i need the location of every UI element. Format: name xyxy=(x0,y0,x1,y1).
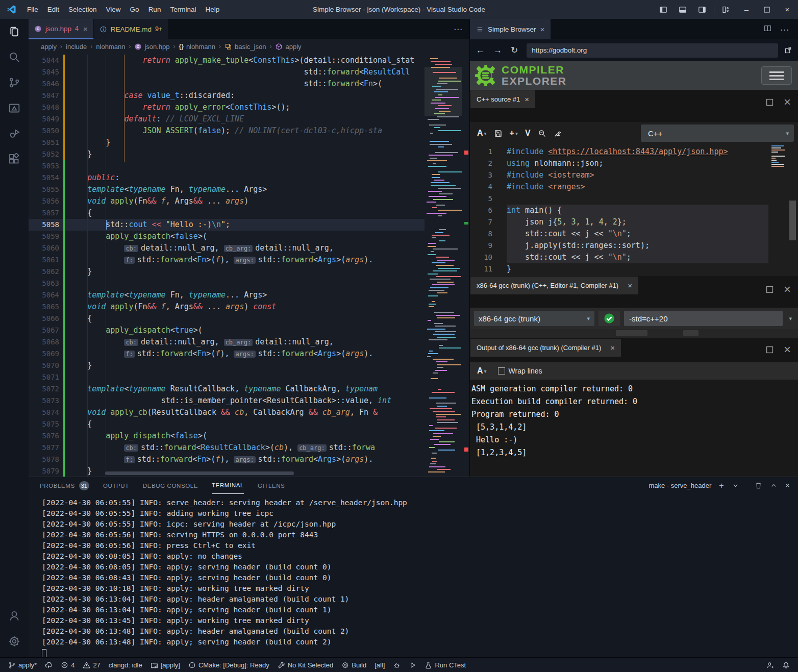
minimap[interactable] xyxy=(425,54,462,477)
code-editor[interactable]: 5044 return apply_make_tuple<ConstThis>(… xyxy=(29,54,469,477)
reload-icon[interactable]: ↻ xyxy=(511,45,518,56)
font-size-icon[interactable]: A▾ xyxy=(477,129,487,138)
open-external-icon[interactable] xyxy=(784,46,792,54)
status-clangd-idle[interactable]: clangd: idle xyxy=(105,658,146,672)
language-select[interactable]: C++ ▾ xyxy=(641,125,794,142)
extensions-icon[interactable] xyxy=(0,146,29,172)
menu-item-file[interactable]: File xyxy=(22,6,43,13)
add-pane-icon[interactable]: +▾ xyxy=(510,129,518,138)
status-build[interactable]: Build xyxy=(337,658,370,672)
terminal-content[interactable]: [2022-04-30 06:05:55] INFO: serve_header… xyxy=(42,497,793,657)
split-editor-icon[interactable] xyxy=(764,24,771,32)
panel-tab-problems[interactable]: PROBLEMS31 xyxy=(40,478,89,494)
tab-simple-browser[interactable]: Simple Browser × xyxy=(470,19,551,39)
status-run-ctest[interactable]: Run CTest xyxy=(420,658,470,672)
maximize-pane-icon[interactable] xyxy=(765,97,775,107)
search-icon[interactable] xyxy=(0,44,29,70)
status-no-kit-selected[interactable]: No Kit Selected xyxy=(273,658,338,672)
compiler-explorer-logo[interactable]: COMPILER EXPLORER xyxy=(474,64,567,87)
close-icon[interactable]: × xyxy=(83,24,88,33)
minimize-icon[interactable]: – xyxy=(736,5,757,14)
breadcrumb-item-json-hpp[interactable]: Cjson.hpp xyxy=(134,43,169,51)
breadcrumb-item-nlohmann[interactable]: nlohmann xyxy=(96,43,125,51)
layout-panel-icon[interactable] xyxy=(673,6,692,14)
maximize-pane-icon[interactable] xyxy=(765,285,775,294)
status-27[interactable]: 27 xyxy=(79,658,104,672)
account-icon[interactable] xyxy=(0,603,29,629)
panel-tab-output[interactable]: OUTPUT xyxy=(103,478,129,494)
status-cmake-debug-ready[interactable]: CMake: [Debug]: Ready xyxy=(184,658,273,672)
panel-tab-terminal[interactable]: TERMINAL xyxy=(212,478,244,494)
close-icon[interactable]: × xyxy=(784,342,791,357)
breadcrumb-item-apply[interactable]: apply xyxy=(275,43,301,51)
close-icon[interactable]: × xyxy=(525,95,529,104)
menu-item-help[interactable]: Help xyxy=(201,6,224,13)
close-icon[interactable]: × xyxy=(777,5,798,14)
source-pane-tab[interactable]: C++ source #1 × xyxy=(470,90,535,108)
breadcrumb-item-apply[interactable]: apply xyxy=(41,43,57,51)
layout-sidebar-left-icon[interactable] xyxy=(654,6,673,14)
caret-down-icon[interactable]: ▾ xyxy=(787,315,794,322)
save-icon[interactable] xyxy=(494,129,503,138)
close-icon[interactable]: × xyxy=(785,481,790,490)
menu-item-edit[interactable]: Edit xyxy=(43,6,64,13)
files-icon[interactable] xyxy=(0,19,29,44)
status-bell-dot-icon[interactable] xyxy=(778,658,794,672)
menu-item-selection[interactable]: Selection xyxy=(64,6,102,13)
wrap-lines-checkbox[interactable] xyxy=(498,367,505,375)
insights-icon[interactable] xyxy=(538,129,546,138)
close-icon[interactable]: × xyxy=(784,282,791,296)
status-bug-icon[interactable] xyxy=(389,658,405,672)
forward-icon[interactable]: → xyxy=(493,45,502,56)
breadcrumb-item-include[interactable]: include xyxy=(66,43,87,51)
panel-tab-debug-console[interactable]: DEBUG CONSOLE xyxy=(143,478,198,494)
quickbench-icon[interactable] xyxy=(554,129,562,138)
breadcrumb-item-nlohmann[interactable]: {}nlohmann xyxy=(179,43,215,51)
compiler-pane-tab[interactable]: x86-64 gcc (trunk) (C++, Editor #1, Comp… xyxy=(470,277,638,294)
close-icon[interactable]: × xyxy=(784,95,791,109)
status-cloud-upload-icon[interactable] xyxy=(41,658,57,672)
close-icon[interactable]: × xyxy=(540,25,545,34)
panel-tab-gitlens[interactable]: GITLENS xyxy=(258,478,285,494)
tab-readme-md[interactable]: README.md9+ xyxy=(94,19,169,39)
trash-icon[interactable] xyxy=(755,482,762,489)
chevron-down-icon[interactable] xyxy=(732,482,739,489)
horizontal-scrollbar[interactable] xyxy=(105,471,294,475)
terminal-title[interactable]: make - serve_header xyxy=(649,482,711,489)
cmake-tools-icon[interactable] xyxy=(0,95,29,121)
breadcrumb-item-basic-json[interactable]: basic_json xyxy=(225,43,266,51)
output-pane-tab[interactable]: Output of x86-64 gcc (trunk) (Compiler #… xyxy=(470,339,621,357)
add-icon[interactable]: + xyxy=(719,481,724,490)
close-icon[interactable]: × xyxy=(628,281,632,290)
menu-item-go[interactable]: Go xyxy=(126,6,144,13)
source-control-icon[interactable] xyxy=(0,70,29,95)
menu-item-view[interactable]: View xyxy=(102,6,126,13)
layout-sidebar-right-icon[interactable] xyxy=(692,6,712,14)
status--all-[interactable]: [all] xyxy=(370,658,389,672)
run-debug-icon[interactable] xyxy=(0,121,29,146)
menu-item-run[interactable]: Run xyxy=(144,6,166,13)
compiler-select[interactable]: x86-64 gcc (trunk) ▾ xyxy=(474,311,594,326)
url-input[interactable]: https://godbolt.org xyxy=(527,43,778,58)
hamburger-menu-icon[interactable] xyxy=(761,66,792,85)
customize-layout-icon[interactable] xyxy=(716,6,736,14)
vim-mode-icon[interactable]: V xyxy=(525,129,531,138)
maximize-pane-icon[interactable] xyxy=(765,345,775,355)
font-size-icon[interactable]: A▾ xyxy=(477,366,487,376)
ce-scrollbar[interactable] xyxy=(789,201,796,240)
status-4[interactable]: 4 xyxy=(57,658,79,672)
tab-json-hpp[interactable]: Cjson.hpp4× xyxy=(29,19,94,39)
status-apply-[interactable]: apply* xyxy=(4,658,41,672)
chevron-up-icon[interactable] xyxy=(770,482,778,489)
more-actions-icon[interactable]: ⋯ xyxy=(454,24,462,35)
status--apply-[interactable]: [apply] xyxy=(146,658,184,672)
compiler-options-input[interactable]: -std=c++20 xyxy=(624,311,783,326)
settings-gear-icon[interactable] xyxy=(0,629,29,654)
status-feedback-icon[interactable] xyxy=(762,658,778,672)
ce-source-editor[interactable]: 1#include <https://localhost:8443/apply/… xyxy=(470,144,798,276)
menu-item-terminal[interactable]: Terminal xyxy=(165,6,201,13)
status-play-icon[interactable] xyxy=(405,658,420,672)
more-actions-icon[interactable]: ⋯ xyxy=(780,24,789,35)
back-icon[interactable]: ← xyxy=(476,45,485,56)
close-icon[interactable]: × xyxy=(610,343,615,352)
